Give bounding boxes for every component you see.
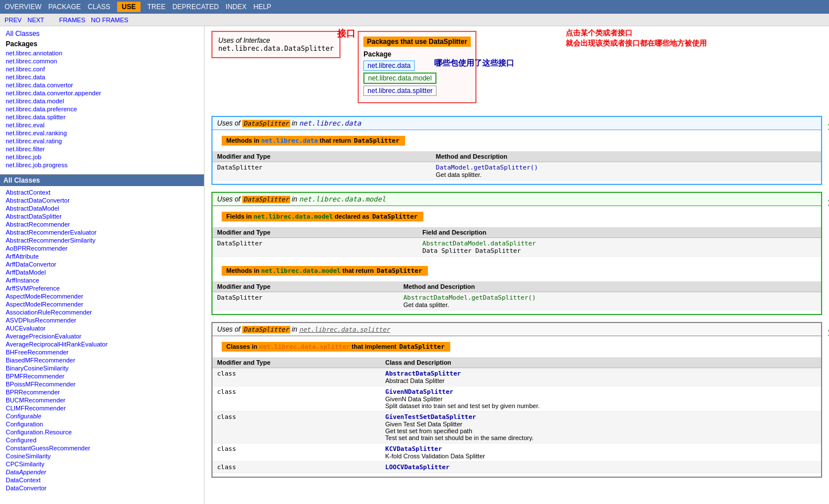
sidebar-class-cpcsimilarity[interactable]: CPCSimilarity: [3, 460, 201, 468]
sidebar-class-abstractdataconvertor[interactable]: AbstractDataConvertor: [3, 196, 201, 204]
sidebar-class-aspectmodelrecommender2[interactable]: AspectModelRecommender: [3, 300, 201, 308]
sidebar-class-constantguessrecommender[interactable]: ConstantGuessRecommender: [3, 444, 201, 452]
uses-section-model-title: Uses of DataSplitter in net.librec.data.…: [213, 193, 821, 206]
section2-method-link[interactable]: AbstractDataModel.getDataSplitter(): [403, 294, 536, 301]
sidebar-class-aspectmodelrecommender1[interactable]: AspectModelRecommender: [3, 292, 201, 300]
sidebar-class-bucmrecommender[interactable]: BUCMRecommender: [3, 396, 201, 404]
sidebar-class-arffattribute[interactable]: ArffAttribute: [3, 252, 201, 260]
interface-box: Uses of Interface net.librec.data.DataSp…: [211, 31, 341, 58]
sidebar-pkg-splitter[interactable]: net.librec.data.splitter: [3, 113, 201, 121]
nav-package[interactable]: PACKAGE: [48, 3, 81, 11]
sidebar-pkg-conf[interactable]: net.librec.conf: [3, 65, 201, 73]
sidebar-pkg-filter[interactable]: net.librec.filter: [3, 145, 201, 153]
sidebar-class-cosinesimilarity[interactable]: CosineSimilarity: [3, 452, 201, 460]
section3-col1-header: Modifier and Type: [213, 357, 381, 368]
sidebar-class-aucevaluator[interactable]: AUCEvaluator: [3, 324, 201, 332]
sidebar-pkg-data[interactable]: net.librec.data: [3, 73, 201, 81]
packages-label: Packages: [3, 39, 201, 49]
sidebar-class-abstractrecommender[interactable]: AbstractRecommender: [3, 220, 201, 228]
table-row: class KCVDataSplitter K-fold Cross Valid…: [213, 443, 821, 462]
subnav-prev[interactable]: PREV: [5, 17, 22, 23]
section3-class-link4[interactable]: KCVDataSplitter: [385, 445, 442, 453]
pkg-link-net-librec-data[interactable]: net.librec.data: [363, 61, 414, 71]
sidebar-class-biasedmfrecommender[interactable]: BiasedMFRecommender: [3, 356, 201, 364]
table-row: class LOOCVDataSplitter: [213, 462, 821, 473]
sidebar-pkg-common[interactable]: net.librec.common: [3, 57, 201, 65]
sidebar-class-abstractdatamodel[interactable]: AbstractDataModel: [3, 204, 201, 212]
section2-table1: Modifier and Type Field and Description …: [213, 227, 821, 257]
sidebar-pkg-model[interactable]: net.librec.data.model: [3, 97, 201, 105]
annotation-jiekou: 接口: [337, 28, 355, 40]
sidebar-class-arffdataconvertor[interactable]: ArffDataConvertor: [3, 260, 201, 268]
all-classes-link[interactable]: All Classes: [3, 29, 201, 39]
section2-field-link[interactable]: AbstractDataModel.dataSplitter: [422, 240, 536, 247]
sidebar-class-dataappender[interactable]: DataAppender: [3, 468, 201, 476]
nav-tree[interactable]: TREE: [147, 3, 166, 11]
sidebar-class-configurable[interactable]: Configurable: [3, 412, 201, 420]
sidebar-class-bhfreerecommender[interactable]: BHFreeRecommender: [3, 348, 201, 356]
section1-row1-method: DataModel.getDataSplitter() Get data spl…: [431, 162, 821, 180]
sidebar-class-configurationresource[interactable]: Configuration.Resource: [3, 428, 201, 436]
nav-overview[interactable]: OVERVIEW: [5, 3, 41, 11]
sidebar-class-bprrecommender[interactable]: BPRRecommender: [3, 388, 201, 396]
sidebar-pkg-annotation[interactable]: net.librec.annotation: [3, 49, 201, 57]
section3-class-link5[interactable]: LOOCVDataSplitter: [385, 463, 450, 471]
sidebar-class-asvdplusrecommender[interactable]: ASVDPlusRecommender: [3, 316, 201, 324]
nav-deprecated[interactable]: DEPRECATED: [173, 3, 219, 11]
sidebar-class-averageprecisionevaluator[interactable]: AveragePrecisionEvaluator: [3, 332, 201, 340]
sidebar-class-arffdatamodel[interactable]: ArffDataModel: [3, 268, 201, 276]
section3-row5-class: LOOCVDataSplitter: [381, 462, 821, 473]
sidebar-pkg-preference[interactable]: net.librec.data.preference: [3, 105, 201, 113]
sidebar-class-dataconvertor[interactable]: DataConvertor: [3, 484, 201, 492]
sidebar-pkg-eval[interactable]: net.librec.eval: [3, 121, 201, 129]
subnav-noframes[interactable]: NO FRAMES: [91, 17, 128, 23]
sidebar-class-abstractrecommenderevaluator[interactable]: AbstractRecommenderEvaluator: [3, 228, 201, 236]
section1-col1-header: Modifier and Type: [213, 151, 431, 162]
section3-row3-class: GivenTestSetDataSplitter Given Test Set …: [381, 412, 821, 443]
sidebar-pkg-rating[interactable]: net.librec.eval.rating: [3, 137, 201, 145]
annotation-packages: 哪些包使用了这些接口: [434, 58, 514, 68]
sidebar-class-arffinstance[interactable]: ArffInstance: [3, 276, 201, 284]
nav-index[interactable]: INDEX: [226, 3, 247, 11]
section1-table: Modifier and Type Method and Description…: [213, 151, 821, 180]
sidebar-pkg-convertor[interactable]: net.librec.data.convertor: [3, 81, 201, 89]
pkg-link-net-librec-data-model[interactable]: net.librec.data.model: [363, 72, 436, 84]
sidebar-class-bpmfrecommender[interactable]: BPMFRecommender: [3, 372, 201, 380]
sidebar-class-abstractrecommendersimilarity[interactable]: AbstractRecommenderSimilarity: [3, 236, 201, 244]
section3-class-link2[interactable]: GivenNDataSplitter: [385, 388, 453, 396]
sidebar-class-aobprrecommender[interactable]: AoBPRRecommender: [3, 244, 201, 252]
subnav-frames[interactable]: FRAMES: [59, 17, 85, 23]
section3-row3-type: class: [213, 412, 381, 443]
nav-use-active[interactable]: USE: [117, 2, 141, 12]
section3-class-link3[interactable]: GivenTestSetDataSplitter: [385, 413, 476, 421]
sidebar-pkg-job[interactable]: net.librec.job: [3, 153, 201, 161]
subnav-next[interactable]: NEXT: [27, 17, 44, 23]
net-librec-data-model-link[interactable]: net.librec.data.model: [299, 195, 386, 203]
sidebar-class-bpoissmfrecommender[interactable]: BPoissMFRecommender: [3, 380, 201, 388]
sidebar-class-abstractdatasplitter[interactable]: AbstractDataSplitter: [3, 212, 201, 220]
sidebar-pkg-ranking[interactable]: net.librec.eval.ranking: [3, 129, 201, 137]
section2-row1a-desc: Data Splitter DataSplitter: [422, 247, 520, 255]
section3-class-link1[interactable]: AbstractDataSplitter: [385, 370, 460, 377]
net-librec-data-splitter-link[interactable]: net.librec.data.splitter: [299, 326, 390, 333]
section3-row5-type: class: [213, 462, 381, 473]
uses-section-splitter: Uses of DataSplitter in net.librec.data.…: [211, 322, 822, 478]
sidebar-class-averagerecp[interactable]: AverageReciprocalHitRankEvaluator: [3, 340, 201, 348]
sidebar-class-climfrecommender[interactable]: CLIMFRecommender: [3, 404, 201, 412]
net-librec-data-link1[interactable]: net.librec.data: [299, 119, 361, 127]
sidebar-pkg-progress[interactable]: net.librec.job.progress: [3, 161, 201, 169]
sidebar-class-arffsvmpreference[interactable]: ArffSVMPreference: [3, 284, 201, 292]
sidebar-pkg-appender[interactable]: net.librec.data.convertor.appender: [3, 89, 201, 97]
nav-class[interactable]: CLASS: [88, 3, 110, 11]
sidebar-class-abstractcontext[interactable]: AbstractContext: [3, 188, 201, 196]
nav-help[interactable]: HELP: [253, 3, 271, 11]
sidebar-class-datacontext[interactable]: DataContext: [3, 476, 201, 484]
sidebar-class-configured[interactable]: Configured: [3, 436, 201, 444]
sidebar-class-binarycosinesimilarity[interactable]: BinaryCosineSimilarity: [3, 364, 201, 372]
sidebar-class-configuration[interactable]: Configuration: [3, 420, 201, 428]
pkg-link-net-librec-data-splitter[interactable]: net.librec.data.splitter: [363, 86, 436, 96]
all-classes-title[interactable]: All Classes: [0, 175, 204, 186]
section2-row1b-desc: Get data splitter.: [403, 301, 449, 308]
section1-method-link[interactable]: DataModel.getDataSplitter(): [436, 164, 538, 171]
sidebar-class-associationrulerecommender[interactable]: AssociationRuleRecommender: [3, 308, 201, 316]
